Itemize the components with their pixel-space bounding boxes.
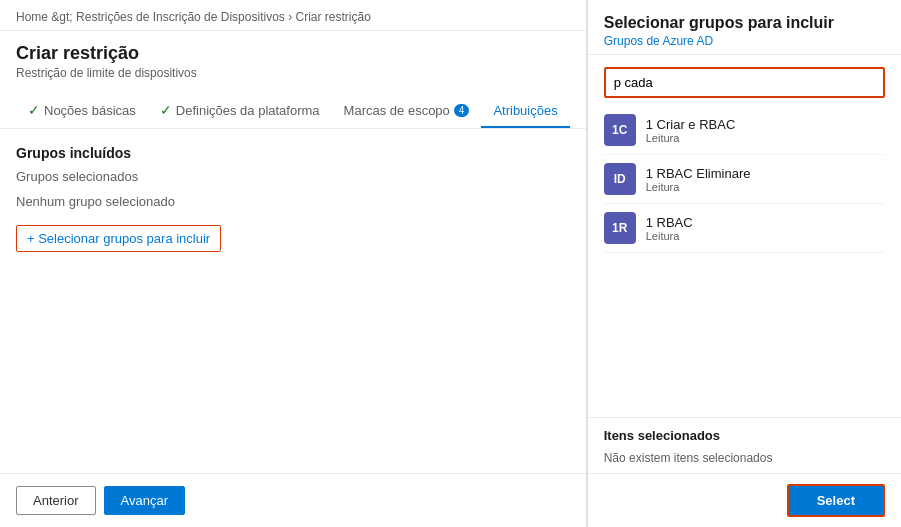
tab-scope[interactable]: Marcas de escopo 4 bbox=[332, 95, 482, 128]
group-info-1c: 1 Criar e RBAC Leitura bbox=[646, 117, 736, 144]
page-header: Criar restrição Restrição de limite de d… bbox=[0, 31, 586, 86]
groups-section-title: Grupos incluídos bbox=[16, 145, 570, 161]
group-role-1r: Leitura bbox=[646, 230, 693, 242]
group-item-1r[interactable]: 1R 1 RBAC Leitura bbox=[604, 204, 885, 253]
tabs-bar: ✓ Noções básicas ✓ Definições da platafo… bbox=[0, 94, 586, 129]
group-avatar-1c: 1C bbox=[604, 114, 636, 146]
search-input[interactable] bbox=[604, 67, 885, 98]
panel-header: Selecionar grupos para incluir Grupos de… bbox=[588, 0, 901, 55]
panel-footer: Select bbox=[588, 473, 901, 527]
tab-platform-label: Definições da plataforma bbox=[176, 103, 320, 118]
page-subtitle: Restrição de limite de dispositivos bbox=[16, 66, 570, 80]
page-title: Criar restrição bbox=[16, 43, 570, 64]
group-item-id[interactable]: ID 1 RBAC Eliminare Leitura bbox=[604, 155, 885, 204]
group-role-1c: Leitura bbox=[646, 132, 736, 144]
group-item-1c[interactable]: 1C 1 Criar e RBAC Leitura bbox=[604, 106, 885, 155]
group-info-id: 1 RBAC Eliminare Leitura bbox=[646, 166, 751, 193]
tab-basics-label: Noções básicas bbox=[44, 103, 136, 118]
next-button[interactable]: Avançar bbox=[104, 486, 185, 515]
back-button[interactable]: Anterior bbox=[16, 486, 96, 515]
footer-actions: Anterior Avançar bbox=[0, 473, 586, 527]
no-selected-label: Não existem itens selecionados bbox=[588, 447, 901, 473]
groups-subsection-title: Grupos selecionados bbox=[16, 169, 570, 184]
tab-assignments-label: Atribuições bbox=[493, 103, 557, 118]
group-name-1r: 1 RBAC bbox=[646, 215, 693, 230]
group-role-id: Leitura bbox=[646, 181, 751, 193]
tab-assignments[interactable]: Atribuições bbox=[481, 95, 569, 128]
panel-title: Selecionar grupos para incluir bbox=[604, 14, 885, 32]
breadcrumb: Home &gt; Restrições de Inscrição de Dis… bbox=[0, 0, 586, 31]
tab-platform[interactable]: ✓ Definições da plataforma bbox=[148, 94, 332, 128]
no-group-label: Nenhum grupo selecionado bbox=[16, 190, 570, 213]
group-avatar-id: ID bbox=[604, 163, 636, 195]
selected-section-label: Itens selecionados bbox=[588, 417, 901, 447]
panel-subtitle: Grupos de Azure AD bbox=[604, 34, 885, 48]
group-avatar-1r: 1R bbox=[604, 212, 636, 244]
breadcrumb-restrictions[interactable]: Restrições de Inscrição de Dispositivos bbox=[76, 10, 285, 24]
group-name-1c: 1 Criar e RBAC bbox=[646, 117, 736, 132]
select-button[interactable]: Select bbox=[787, 484, 885, 517]
breadcrumb-create[interactable]: › Criar restrição bbox=[288, 10, 371, 24]
breadcrumb-home[interactable]: Home &gt; bbox=[16, 10, 73, 24]
right-panel: Selecionar grupos para incluir Grupos de… bbox=[587, 0, 901, 527]
content-area: Grupos incluídos Grupos selecionados Nen… bbox=[0, 129, 586, 473]
group-info-1r: 1 RBAC Leitura bbox=[646, 215, 693, 242]
tab-basics[interactable]: ✓ Noções básicas bbox=[16, 94, 148, 128]
group-name-id: 1 RBAC Eliminare bbox=[646, 166, 751, 181]
check-icon-basics: ✓ bbox=[28, 102, 40, 118]
tab-scope-label: Marcas de escopo bbox=[344, 103, 450, 118]
check-icon-platform: ✓ bbox=[160, 102, 172, 118]
search-wrapper bbox=[588, 55, 901, 106]
main-panel: Home &gt; Restrições de Inscrição de Dis… bbox=[0, 0, 587, 527]
group-list: 1C 1 Criar e RBAC Leitura ID 1 RBAC Elim… bbox=[588, 106, 901, 417]
scope-badge: 4 bbox=[454, 104, 470, 117]
add-groups-button[interactable]: + Selecionar grupos para incluir bbox=[16, 225, 221, 252]
